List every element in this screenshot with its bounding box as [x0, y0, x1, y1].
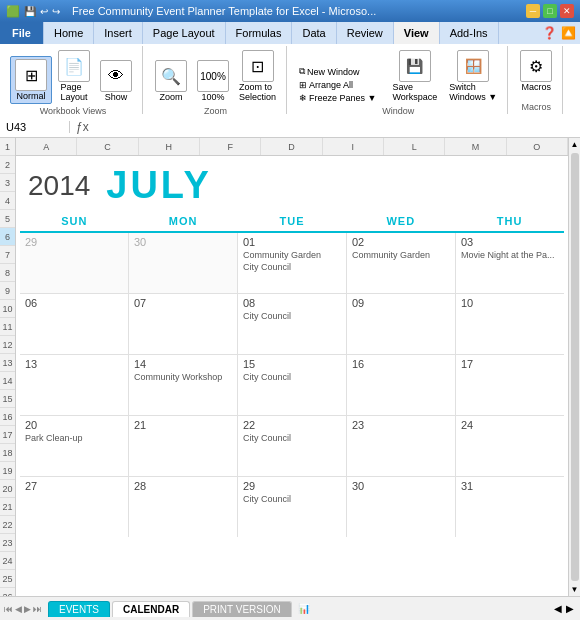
tab-calendar[interactable]: CALENDAR	[112, 601, 190, 617]
tab-review[interactable]: Review	[337, 22, 394, 44]
maximize-button[interactable]: □	[543, 4, 557, 18]
scroll-right-icon[interactable]: ▶	[566, 603, 574, 614]
cal-cell-22[interactable]: 22 City Council	[238, 416, 347, 476]
cal-cell-13[interactable]: 13	[20, 355, 129, 415]
col-a: A	[16, 138, 77, 155]
close-button[interactable]: ✕	[560, 4, 574, 18]
title-bar-left: 🟩 💾 ↩ ↪ Free Community Event Planner Tem…	[6, 5, 376, 18]
cell-num: 03	[461, 236, 559, 248]
cal-cell-07[interactable]: 07	[129, 294, 238, 354]
tab-first-icon[interactable]: ⏮	[4, 604, 13, 614]
quick-access-undo[interactable]: ↩	[40, 6, 48, 17]
calendar-grid: 29 30 01 Community Garden City Council 0…	[20, 233, 564, 537]
col-d: D	[261, 138, 322, 155]
zoom-100-button[interactable]: 100% 100%	[193, 58, 233, 104]
cell-num: 21	[134, 419, 232, 431]
zoom-buttons: 🔍 Zoom 100% 100% ⊡ Zoom toSelection	[151, 48, 280, 104]
row-header-23: 23	[0, 534, 15, 552]
macros-button[interactable]: ⚙ Macros	[516, 48, 556, 94]
quick-access-redo[interactable]: ↪	[52, 6, 60, 17]
tab-view[interactable]: View	[394, 22, 440, 44]
bottom-right-controls: ◀ ▶	[554, 603, 580, 614]
cell-num: 22	[243, 419, 341, 431]
zoom-button[interactable]: 🔍 Zoom	[151, 58, 191, 104]
arrange-all-button[interactable]: ⊞ Arrange All	[295, 79, 380, 91]
cal-cell-31[interactable]: 31	[456, 477, 564, 537]
tab-print-version[interactable]: PRINT VERSION	[192, 601, 292, 617]
tab-file[interactable]: File	[0, 22, 44, 44]
tab-add-ins[interactable]: Add-Ins	[440, 22, 499, 44]
tab-data[interactable]: Data	[292, 22, 336, 44]
scroll-down-arrow[interactable]: ▼	[569, 583, 580, 596]
row-header-17: 17	[0, 426, 15, 444]
function-icon[interactable]: ƒx	[70, 120, 95, 134]
show-button[interactable]: 👁 Show	[96, 58, 136, 104]
cal-cell-02[interactable]: 02 Community Garden	[347, 233, 456, 293]
cal-cell-16[interactable]: 16	[347, 355, 456, 415]
new-window-button[interactable]: ⧉ New Window	[295, 65, 380, 78]
ribbon-right-controls: ❓ 🔼	[499, 22, 580, 44]
scroll-thumb[interactable]	[571, 153, 579, 581]
cal-cell-14[interactable]: 14 Community Workshop	[129, 355, 238, 415]
calendar-days-header: SUN MON TUE WED THU	[20, 211, 564, 231]
col-l: L	[384, 138, 445, 155]
cal-cell-29[interactable]: 29 City Council	[238, 477, 347, 537]
row-header-26: 26	[0, 588, 15, 596]
cell-num: 02	[352, 236, 450, 248]
cal-cell-08[interactable]: 08 City Council	[238, 294, 347, 354]
tab-home[interactable]: Home	[44, 22, 94, 44]
cell-event: Movie Night at the Pa...	[461, 250, 559, 262]
cal-cell-09[interactable]: 09	[347, 294, 456, 354]
ribbon-group-window: ⧉ New Window ⊞ Arrange All ❄ Freeze Pane…	[289, 46, 508, 114]
col-h: H	[139, 138, 200, 155]
tab-events[interactable]: EVENTS	[48, 601, 110, 617]
vertical-scrollbar[interactable]: ▲ ▼	[568, 138, 580, 596]
page-layout-view-button[interactable]: 📄 PageLayout	[54, 48, 94, 104]
zoom-selection-button[interactable]: ⊡ Zoom toSelection	[235, 48, 280, 104]
cal-cell-30-prev[interactable]: 30	[129, 233, 238, 293]
cal-cell-20[interactable]: 20 Park Clean-up	[20, 416, 129, 476]
row-header-6: 6	[0, 228, 15, 246]
cal-cell-06[interactable]: 06	[20, 294, 129, 354]
page-layout-label: PageLayout	[60, 82, 87, 102]
normal-view-button[interactable]: ⊞ Normal	[10, 56, 52, 104]
cal-cell-30[interactable]: 30	[347, 477, 456, 537]
cal-cell-28[interactable]: 28	[129, 477, 238, 537]
cal-cell-03[interactable]: 03 Movie Night at the Pa...	[456, 233, 564, 293]
row-header-4: 4	[0, 192, 15, 210]
day-sun: SUN	[20, 215, 129, 227]
freeze-panes-label: Freeze Panes ▼	[309, 93, 376, 103]
help-icon[interactable]: ❓	[542, 26, 557, 40]
cell-event: City Council	[243, 494, 341, 506]
tab-formulas[interactable]: Formulas	[226, 22, 293, 44]
col-i: I	[323, 138, 384, 155]
cal-cell-23[interactable]: 23	[347, 416, 456, 476]
quick-access-save[interactable]: 💾	[24, 6, 36, 17]
cell-reference[interactable]: U43	[0, 121, 70, 133]
cal-cell-27[interactable]: 27	[20, 477, 129, 537]
cal-cell-01[interactable]: 01 Community Garden City Council	[238, 233, 347, 293]
col-m: M	[445, 138, 506, 155]
cal-cell-24[interactable]: 24	[456, 416, 564, 476]
cell-num: 16	[352, 358, 450, 370]
scroll-up-arrow[interactable]: ▲	[569, 138, 580, 151]
cal-cell-29-prev[interactable]: 29	[20, 233, 129, 293]
cal-cell-10[interactable]: 10	[456, 294, 564, 354]
cell-num: 13	[25, 358, 123, 370]
tab-last-icon[interactable]: ⏭	[33, 604, 42, 614]
tab-page-layout[interactable]: Page Layout	[143, 22, 226, 44]
tab-insert[interactable]: Insert	[94, 22, 143, 44]
cal-cell-17[interactable]: 17	[456, 355, 564, 415]
tab-next-icon[interactable]: ▶	[24, 604, 31, 614]
minimize-ribbon-icon[interactable]: 🔼	[561, 26, 576, 40]
calendar-week-5: 27 28 29 City Council 30 31	[20, 477, 564, 537]
scroll-left-icon[interactable]: ◀	[554, 603, 562, 614]
switch-windows-button[interactable]: 🪟 SwitchWindows ▼	[445, 48, 501, 104]
minimize-button[interactable]: ─	[526, 4, 540, 18]
freeze-panes-button[interactable]: ❄ Freeze Panes ▼	[295, 92, 380, 104]
cal-cell-21[interactable]: 21	[129, 416, 238, 476]
tab-prev-icon[interactable]: ◀	[15, 604, 22, 614]
cal-cell-15[interactable]: 15 City Council	[238, 355, 347, 415]
cell-num: 10	[461, 297, 559, 309]
save-workspace-button[interactable]: 💾 SaveWorkspace	[388, 48, 441, 104]
